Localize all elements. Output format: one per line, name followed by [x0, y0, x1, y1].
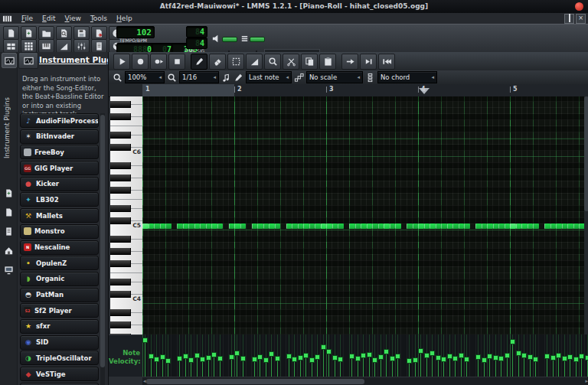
- velocity-knob[interactable]: [194, 353, 200, 358]
- velocity-knob[interactable]: [183, 354, 188, 359]
- note[interactable]: [298, 223, 304, 229]
- note[interactable]: [384, 223, 390, 229]
- note[interactable]: [436, 223, 442, 229]
- note[interactable]: [390, 223, 396, 229]
- tempo-display[interactable]: 102: [116, 26, 155, 38]
- note[interactable]: [229, 223, 235, 229]
- velocity-knob[interactable]: [390, 356, 395, 361]
- note[interactable]: [149, 223, 155, 229]
- plugin-list-scrollbar[interactable]: [100, 113, 105, 385]
- velocity-knob[interactable]: [567, 354, 573, 360]
- note[interactable]: [505, 223, 511, 229]
- velocity-knob[interactable]: [257, 354, 263, 360]
- plugin-item-organic[interactable]: ◗Organic: [20, 272, 99, 286]
- velocity-line[interactable]: [512, 341, 513, 377]
- note[interactable]: [355, 223, 361, 229]
- velocity-knob[interactable]: [372, 357, 377, 363]
- tab-computer[interactable]: [2, 263, 15, 276]
- velocity-knob[interactable]: [286, 354, 292, 359]
- menu-view[interactable]: View: [60, 15, 86, 22]
- tab-my-home[interactable]: [2, 243, 15, 257]
- plugin-item-sid[interactable]: ◉SID: [20, 335, 99, 350]
- note[interactable]: [430, 223, 436, 229]
- horizontal-scrollbar[interactable]: ◂ ▸: [142, 377, 588, 385]
- note[interactable]: [326, 223, 332, 229]
- menu-edit[interactable]: Edit: [38, 15, 60, 22]
- save-project-button[interactable]: [74, 26, 90, 40]
- note[interactable]: [510, 223, 516, 229]
- velocity-knob[interactable]: [217, 356, 223, 361]
- timesig-denominator-display[interactable]: 84: [186, 38, 207, 49]
- note[interactable]: [395, 223, 401, 229]
- velocity-knob[interactable]: [459, 353, 464, 358]
- note[interactable]: [188, 223, 194, 229]
- master-volume-handle[interactable]: [222, 37, 237, 42]
- timeline[interactable]: 12345: [142, 84, 588, 97]
- velocity-knob[interactable]: [154, 357, 159, 362]
- combo-arrow-icon[interactable]: ◂: [155, 74, 162, 80]
- combo-arrow-icon[interactable]: ◂: [210, 74, 216, 80]
- note[interactable]: [378, 223, 384, 229]
- note[interactable]: [544, 223, 550, 229]
- horizontal-scrollbar-thumb[interactable]: [146, 379, 364, 384]
- note[interactable]: [459, 223, 465, 229]
- velocity-knob[interactable]: [521, 353, 527, 358]
- velocity-line[interactable]: [420, 350, 421, 377]
- velocity-knob[interactable]: [413, 357, 418, 363]
- velocity-knob[interactable]: [550, 355, 556, 361]
- velocity-knob[interactable]: [475, 354, 481, 360]
- velocity-knob[interactable]: [200, 357, 205, 362]
- piano-keyboard[interactable]: C6C5C4: [110, 96, 144, 334]
- recent-projects-button[interactable]: [38, 26, 54, 40]
- plugin-item-vestige[interactable]: ◆VeSTige: [20, 367, 99, 381]
- plugin-item-lb302[interactable]: ✦LB302: [20, 192, 99, 207]
- note[interactable]: [177, 223, 183, 229]
- black-key[interactable]: [110, 175, 131, 181]
- keyboard-octave[interactable]: C4: [110, 230, 142, 303]
- toggle-bb-editor-button[interactable]: [21, 39, 37, 53]
- note-grid[interactable]: [142, 96, 588, 334]
- note[interactable]: [475, 223, 482, 229]
- velocity-knob[interactable]: [165, 358, 171, 364]
- note-length-combo[interactable]: Last note◂: [246, 71, 292, 83]
- velocity-knob[interactable]: [298, 355, 303, 361]
- plugin-item-tripleoscillator[interactable]: ◑TripleOscillator: [20, 351, 99, 365]
- q-combo[interactable]: 1/16◂: [179, 71, 219, 83]
- scale-combo[interactable]: No scale◂: [306, 71, 363, 83]
- open-project-button[interactable]: [21, 26, 37, 40]
- note[interactable]: [154, 223, 160, 229]
- close-window-button[interactable]: [575, 2, 583, 11]
- toggle-fx-mixer-button[interactable]: [74, 39, 90, 53]
- note[interactable]: [160, 223, 166, 229]
- note[interactable]: [292, 223, 298, 229]
- velocity-knob[interactable]: [441, 357, 446, 362]
- stop-button[interactable]: [168, 54, 185, 70]
- note[interactable]: [521, 223, 528, 229]
- black-key[interactable]: [110, 260, 131, 267]
- note[interactable]: [211, 223, 217, 229]
- note[interactable]: [556, 223, 562, 229]
- note[interactable]: [206, 223, 212, 229]
- note[interactable]: [493, 223, 499, 229]
- velocity-knob[interactable]: [498, 356, 504, 361]
- close-subwindow-button[interactable]: ×: [576, 14, 586, 24]
- combo-arrow-icon[interactable]: ◂: [428, 74, 434, 80]
- note[interactable]: [194, 223, 201, 229]
- note[interactable]: [349, 223, 355, 229]
- velocity-knob[interactable]: [528, 354, 533, 360]
- velocity-line[interactable]: [328, 351, 329, 377]
- velocity-knob[interactable]: [493, 355, 498, 361]
- velocity-knob[interactable]: [367, 352, 372, 357]
- velocity-knob[interactable]: [275, 356, 280, 361]
- scroll-left-arrow[interactable]: ◂: [143, 379, 146, 384]
- note[interactable]: [424, 223, 430, 229]
- combo-arrow-icon[interactable]: ◂: [354, 74, 360, 80]
- new-project-button[interactable]: [3, 26, 19, 40]
- velocity-knob[interactable]: [452, 356, 458, 361]
- plugin-item-nescaline[interactable]: NNescaline: [20, 240, 99, 255]
- note[interactable]: [464, 223, 470, 229]
- note[interactable]: [516, 223, 522, 229]
- export-project-button[interactable]: [91, 26, 107, 40]
- tab-my-samples[interactable]: [2, 205, 15, 219]
- black-key[interactable]: [110, 217, 131, 224]
